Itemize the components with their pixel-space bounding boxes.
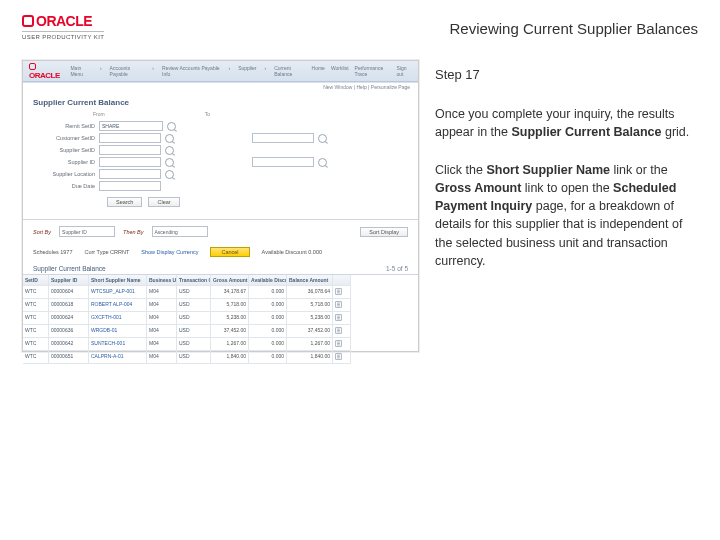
table-row: WTC00000624GXCFTH-001M04USD5,238.000.000…: [23, 312, 418, 325]
supplier-id-label: Supplier ID: [37, 159, 95, 165]
search-button[interactable]: Search: [107, 197, 142, 207]
cell-bal: 1,267.00: [287, 338, 333, 351]
cell-supplier: 00000651: [49, 351, 89, 364]
supplier-setid-input[interactable]: [99, 145, 161, 155]
show-display-currency[interactable]: Show Display Currency: [141, 249, 198, 255]
cell-curr: USD: [177, 299, 211, 312]
then-by-select[interactable]: Ascending: [152, 226, 208, 237]
customer-setid-input[interactable]: [99, 133, 161, 143]
grid-nav: 1-5 of 5: [386, 265, 408, 272]
cancel-button[interactable]: Cancel: [210, 247, 249, 257]
short-supplier-name-link[interactable]: WTCSUP_ALP-001: [89, 286, 147, 299]
sort-display-button[interactable]: Sort Display: [360, 227, 408, 237]
remit-setid-label: Remit SetID: [37, 123, 95, 129]
lookup-icon[interactable]: [165, 158, 174, 167]
cell-setid: WTC: [23, 351, 49, 364]
gross-amount-link[interactable]: 37,452.00: [211, 325, 249, 338]
cell-bu: M04: [147, 351, 177, 364]
then-by-label: Then By: [123, 229, 143, 235]
cell-bu: M04: [147, 325, 177, 338]
supplier-setid-label: Supplier SetID: [37, 147, 95, 153]
cell-supplier: 00000642: [49, 338, 89, 351]
detail-icon[interactable]: [333, 351, 351, 364]
cell-curr: USD: [177, 286, 211, 299]
cell-disc: 0.000: [249, 286, 287, 299]
subbar: New Window | Help | Personalize Page: [23, 82, 418, 92]
cell-supplier: 00000604: [49, 286, 89, 299]
cell-bal: 5,238.00: [287, 312, 333, 325]
due-date-input[interactable]: [99, 181, 161, 191]
cell-curr: USD: [177, 351, 211, 364]
short-supplier-name-link[interactable]: WRGDB-01: [89, 325, 147, 338]
gross-amount-link[interactable]: 1,840.00: [211, 351, 249, 364]
cell-curr: USD: [177, 312, 211, 325]
cell-bu: M04: [147, 338, 177, 351]
cell-curr: USD: [177, 338, 211, 351]
col-disc[interactable]: Available Discount: [249, 275, 287, 286]
customer-setid-to-input[interactable]: [252, 133, 314, 143]
sort-by-select[interactable]: Supplier ID: [59, 226, 115, 237]
cell-bal: 36,078.64: [287, 286, 333, 299]
cell-disc: 0.000: [249, 299, 287, 312]
short-supplier-name-link[interactable]: SUNTECH-001: [89, 338, 147, 351]
cell-bu: M04: [147, 286, 177, 299]
supplier-location-input[interactable]: [99, 169, 161, 179]
mini-oracle-logo: ORACLE: [29, 62, 64, 80]
col-curr[interactable]: Transaction Currency: [177, 275, 211, 286]
cell-supplier: 00000636: [49, 325, 89, 338]
schedules-label: Schedules 1977: [33, 249, 72, 255]
col-bu[interactable]: Business Unit: [147, 275, 177, 286]
page-title: Reviewing Current Supplier Balances: [450, 14, 698, 37]
gross-amount-link[interactable]: 5,238.00: [211, 312, 249, 325]
cell-supplier: 00000624: [49, 312, 89, 325]
top-links: Home Worklist Performance Trace Sign out: [312, 65, 412, 77]
lookup-icon[interactable]: [165, 170, 174, 179]
col-supplier-id[interactable]: Supplier ID: [49, 275, 89, 286]
cell-setid: WTC: [23, 299, 49, 312]
col-short-name[interactable]: Short Supplier Name: [89, 275, 147, 286]
clear-button[interactable]: Clear: [148, 197, 179, 207]
remit-setid-input[interactable]: SHARE: [99, 121, 163, 131]
detail-icon[interactable]: [333, 325, 351, 338]
cell-supplier: 00000618: [49, 299, 89, 312]
col-bal[interactable]: Balance Amount: [287, 275, 333, 286]
customer-setid-label: Customer SetID: [37, 135, 95, 141]
balance-grid: SetID Supplier ID Short Supplier Name Bu…: [23, 274, 418, 364]
supplier-location-label: Supplier Location: [37, 171, 95, 177]
app-screenshot: ORACLE Main Menu› Accounts Payable› Revi…: [22, 60, 419, 352]
short-supplier-name-link[interactable]: GXCFTH-001: [89, 312, 147, 325]
supplier-id-to-input[interactable]: [252, 157, 314, 167]
lookup-icon[interactable]: [165, 134, 174, 143]
supplier-id-input[interactable]: [99, 157, 161, 167]
gross-amount-link[interactable]: 5,718.00: [211, 299, 249, 312]
screenshot-page-title: Supplier Current Balance: [23, 92, 418, 111]
lookup-icon[interactable]: [318, 134, 327, 143]
cell-disc: 0.000: [249, 325, 287, 338]
cell-disc: 0.000: [249, 338, 287, 351]
short-supplier-name-link[interactable]: ROBERT ALP-004: [89, 299, 147, 312]
table-row: WTC00000604WTCSUP_ALP-001M04USD34,178.67…: [23, 286, 418, 299]
instruction-p2: Click the Short Supplier Name link or th…: [435, 161, 698, 270]
oracle-logo: ORACLE: [22, 14, 92, 28]
to-label: To: [205, 111, 210, 117]
short-supplier-name-link[interactable]: CALPRN-A-01: [89, 351, 147, 364]
cell-bu: M04: [147, 299, 177, 312]
table-row: WTC00000618ROBERT ALP-004M04USD5,718.000…: [23, 299, 418, 312]
gross-amount-link[interactable]: 1,267.00: [211, 338, 249, 351]
gross-amount-link[interactable]: 34,178.67: [211, 286, 249, 299]
cell-bu: M04: [147, 312, 177, 325]
cell-setid: WTC: [23, 338, 49, 351]
step-label: Step 17: [435, 66, 698, 85]
lookup-icon[interactable]: [167, 122, 176, 131]
grid-title: Supplier Current Balance 1-5 of 5: [23, 261, 418, 274]
detail-icon[interactable]: [333, 286, 351, 299]
detail-icon[interactable]: [333, 299, 351, 312]
lookup-icon[interactable]: [318, 158, 327, 167]
sort-by-label: Sort By: [33, 229, 51, 235]
detail-icon[interactable]: [333, 312, 351, 325]
col-gross[interactable]: Gross Amount: [211, 275, 249, 286]
col-setid[interactable]: SetID: [23, 275, 49, 286]
detail-icon[interactable]: [333, 338, 351, 351]
cell-disc: 0.000: [249, 312, 287, 325]
lookup-icon[interactable]: [165, 146, 174, 155]
